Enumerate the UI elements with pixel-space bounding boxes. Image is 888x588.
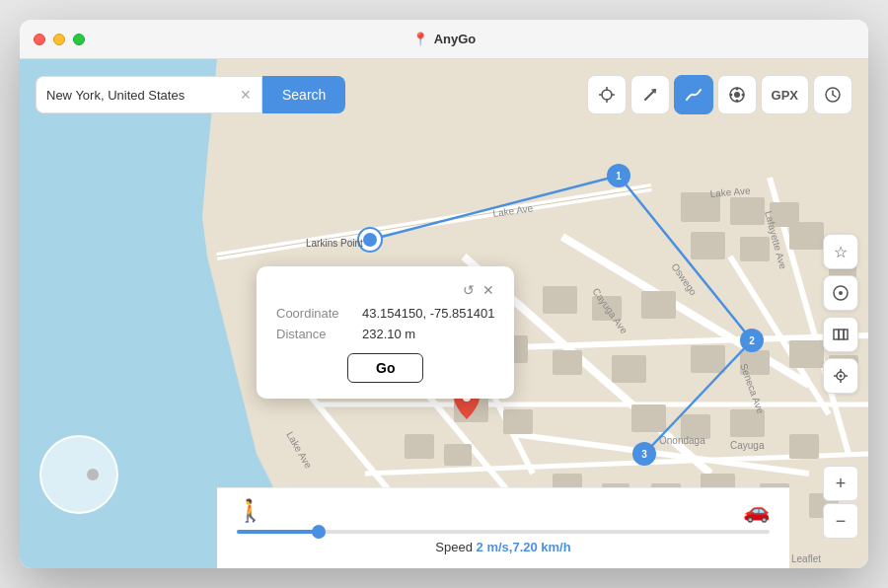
walk-icon: 🚶 — [237, 498, 263, 524]
joystick-mode-button[interactable] — [717, 75, 757, 114]
app-name: AnyGo — [434, 32, 477, 46]
search-input-wrapper: New York, United States ✕ — [36, 76, 262, 113]
compass-button[interactable] — [823, 275, 858, 311]
speed-slider-thumb[interactable] — [312, 525, 326, 539]
svg-point-68 — [602, 90, 612, 100]
maximize-button[interactable] — [73, 34, 85, 45]
zoom-controls: + − — [823, 466, 858, 539]
speed-slider-fill — [237, 530, 317, 534]
svg-point-58 — [363, 233, 377, 247]
close-button[interactable] — [34, 34, 45, 45]
svg-rect-21 — [543, 286, 577, 314]
route-button[interactable] — [630, 75, 670, 114]
svg-rect-20 — [789, 222, 824, 250]
info-popup: ↺ ✕ Coordinate 43.154150, -75.851401 Dis… — [257, 266, 514, 399]
undo-icon[interactable]: ↺ — [463, 282, 475, 298]
svg-rect-86 — [844, 330, 848, 339]
joystick[interactable] — [39, 435, 118, 514]
coordinate-value: 43.154150, -75.851401 — [362, 306, 494, 321]
svg-point-76 — [735, 100, 738, 103]
right-sidebar: ☆ — [823, 234, 858, 394]
svg-rect-29 — [789, 340, 824, 368]
app-title: 📍 AnyGo — [412, 32, 477, 46]
distance-label: Distance — [276, 327, 350, 341]
minimize-button[interactable] — [53, 34, 65, 45]
svg-rect-37 — [789, 434, 819, 459]
traffic-lights — [34, 34, 85, 45]
svg-text:2: 2 — [749, 335, 755, 346]
svg-text:1: 1 — [616, 171, 622, 182]
app-window: 📍 AnyGo — [20, 20, 868, 568]
gpx-button[interactable]: GPX — [761, 75, 809, 114]
speed-text: Speed — [435, 540, 473, 554]
svg-rect-25 — [553, 350, 582, 375]
svg-rect-32 — [405, 434, 434, 459]
clear-icon[interactable]: ✕ — [240, 87, 252, 103]
coordinate-row: Coordinate 43.154150, -75.851401 — [276, 306, 494, 321]
svg-rect-27 — [691, 345, 725, 373]
svg-text:Larkins Point: Larkins Point — [306, 238, 363, 249]
svg-point-88 — [840, 375, 843, 378]
zoom-in-button[interactable]: + — [823, 466, 858, 501]
search-input-value: New York, United States — [46, 88, 234, 103]
my-location-button[interactable] — [823, 358, 858, 394]
map-view-button[interactable] — [823, 317, 858, 352]
svg-text:3: 3 — [641, 449, 647, 460]
history-button[interactable] — [813, 75, 852, 114]
svg-rect-26 — [612, 355, 646, 383]
go-button[interactable]: Go — [347, 353, 423, 383]
zoom-out-button[interactable]: − — [823, 503, 858, 539]
coordinate-label: Coordinate — [276, 306, 350, 321]
svg-point-83 — [839, 291, 843, 295]
car-icon: 🚗 — [743, 498, 770, 524]
svg-rect-23 — [641, 291, 676, 319]
svg-rect-34 — [631, 404, 666, 432]
distance-row: Distance 232.10 m — [276, 327, 494, 341]
toolbar: New York, United States ✕ Search — [36, 75, 852, 114]
speed-value: 2 m/s,7.20 km/h — [477, 540, 571, 554]
svg-point-78 — [741, 94, 744, 97]
search-button[interactable]: Search — [262, 76, 345, 113]
joystick-dot — [87, 469, 99, 480]
svg-rect-19 — [740, 237, 770, 261]
svg-text:Onondaga: Onondaga — [659, 435, 705, 446]
speed-icons: 🚶 🚗 — [237, 498, 770, 524]
popup-header: ↺ ✕ — [276, 282, 494, 298]
pin-icon: 📍 — [412, 32, 428, 46]
svg-rect-31 — [503, 409, 533, 434]
crosshair-button[interactable] — [587, 75, 627, 114]
leaflet-badge: Leaflet — [791, 553, 821, 564]
multipoint-button[interactable] — [674, 75, 713, 114]
map-container[interactable]: Lake Ave Lake Ave Lafayette Ave Oswego C… — [20, 59, 868, 568]
svg-point-74 — [734, 92, 740, 98]
titlebar: 📍 AnyGo — [20, 20, 868, 59]
svg-point-77 — [729, 94, 732, 97]
distance-value: 232.10 m — [362, 327, 415, 341]
svg-text:Cayuga: Cayuga — [730, 440, 765, 451]
close-popup-icon[interactable]: ✕ — [482, 282, 494, 298]
svg-rect-16 — [730, 197, 765, 225]
svg-point-75 — [735, 88, 738, 91]
svg-line-81 — [833, 95, 836, 97]
svg-rect-18 — [691, 232, 725, 259]
speed-panel: 🚶 🚗 Speed 2 m/s,7.20 km/h — [217, 487, 789, 568]
speed-label: Speed 2 m/s,7.20 km/h — [237, 540, 770, 554]
favorite-button[interactable]: ☆ — [823, 234, 858, 269]
svg-rect-33 — [444, 444, 472, 466]
toolbar-right: GPX — [587, 75, 852, 114]
speed-slider-track[interactable] — [237, 530, 770, 534]
search-area: New York, United States ✕ Search — [36, 76, 345, 113]
